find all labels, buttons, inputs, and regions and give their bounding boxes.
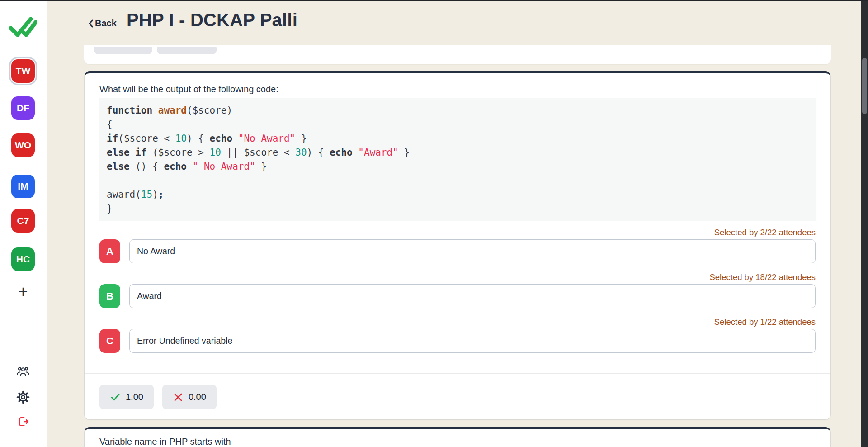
page-title: PHP I - DCKAP Palli	[127, 10, 297, 30]
sidebar-avatar-TW[interactable]: TW	[11, 59, 35, 83]
add-workspace-button[interactable]: +	[11, 281, 35, 303]
previous-card-button-placeholder[interactable]	[94, 47, 152, 54]
option-C-row: CError Undefined variable	[99, 329, 816, 353]
cross-icon	[173, 392, 184, 403]
code-line: award(15);	[107, 188, 808, 202]
window-top-edge	[0, 0, 868, 1]
option-C-badge: C	[99, 329, 120, 353]
logout-icon[interactable]	[17, 416, 29, 428]
next-question-card: Variable name in PHP starts with -	[84, 427, 831, 447]
back-button-label: Back	[95, 18, 117, 29]
option-group-C: Selected by 1/22 attendeesCError Undefin…	[99, 317, 816, 353]
app-logo-double-check-icon	[8, 14, 37, 40]
chevron-left-icon	[88, 19, 94, 28]
option-B-answer-box[interactable]: Award	[129, 284, 816, 308]
option-B-selected-by: Selected by 18/22 attendees	[99, 272, 816, 282]
scrollbar-thumb[interactable]	[862, 58, 867, 114]
back-button[interactable]: Back	[88, 18, 117, 29]
code-line: }	[107, 202, 808, 216]
correct-points-value: 1.00	[126, 392, 143, 402]
option-C-answer-box[interactable]: Error Undefined variable	[129, 329, 816, 353]
sidebar-avatar-HC[interactable]: HC	[11, 247, 35, 271]
option-A-selected-by: Selected by 2/22 attendees	[99, 228, 816, 238]
sidebar-avatar-WO[interactable]: WO	[11, 133, 35, 157]
code-line: if($score < 10) { echo "No Award" }	[107, 132, 808, 146]
option-group-A: Selected by 2/22 attendeesANo Award	[99, 228, 816, 263]
previous-card-button-placeholder[interactable]	[157, 47, 217, 54]
options-list: Selected by 2/22 attendeesANo AwardSelec…	[99, 228, 816, 353]
card-divider	[85, 373, 830, 374]
option-A-row: ANo Award	[99, 239, 816, 263]
question-text: What will be the output of the following…	[99, 84, 816, 95]
next-question-text: Variable name in PHP starts with -	[99, 437, 816, 447]
workspace-sidebar: + TWDFWOIMC7HC	[0, 1, 47, 447]
check-icon	[110, 392, 121, 403]
code-block: function award($score){if($score < 10) {…	[99, 98, 816, 221]
sidebar-avatar-IM[interactable]: IM	[11, 175, 35, 198]
points-row: 1.00 0.00	[99, 385, 816, 409]
code-line: else if ($score > 10 || $score < 30) { e…	[107, 146, 808, 160]
option-group-B: Selected by 18/22 attendeesBAward	[99, 272, 816, 308]
settings-gear-icon[interactable]	[16, 390, 30, 404]
code-line: {	[107, 118, 808, 132]
question-card: What will be the output of the following…	[84, 71, 831, 420]
code-line	[107, 174, 808, 188]
attendees-group-icon[interactable]	[16, 365, 30, 379]
option-A-badge: A	[99, 239, 120, 263]
code-line: else () { echo " No Award" }	[107, 160, 808, 174]
correct-points-button[interactable]: 1.00	[99, 385, 154, 409]
previous-question-card-bottom	[84, 45, 831, 64]
scrollbar-track[interactable]	[861, 1, 868, 447]
option-A-answer-box[interactable]: No Award	[129, 239, 816, 263]
incorrect-points-button[interactable]: 0.00	[162, 385, 217, 409]
sidebar-avatar-DF[interactable]: DF	[11, 96, 35, 120]
incorrect-points-value: 0.00	[189, 392, 206, 402]
code-line: function award($score)	[107, 104, 808, 118]
sidebar-avatar-C7[interactable]: C7	[11, 209, 35, 233]
option-B-badge: B	[99, 284, 120, 308]
option-C-selected-by: Selected by 1/22 attendees	[99, 317, 816, 327]
option-B-row: BAward	[99, 284, 816, 308]
